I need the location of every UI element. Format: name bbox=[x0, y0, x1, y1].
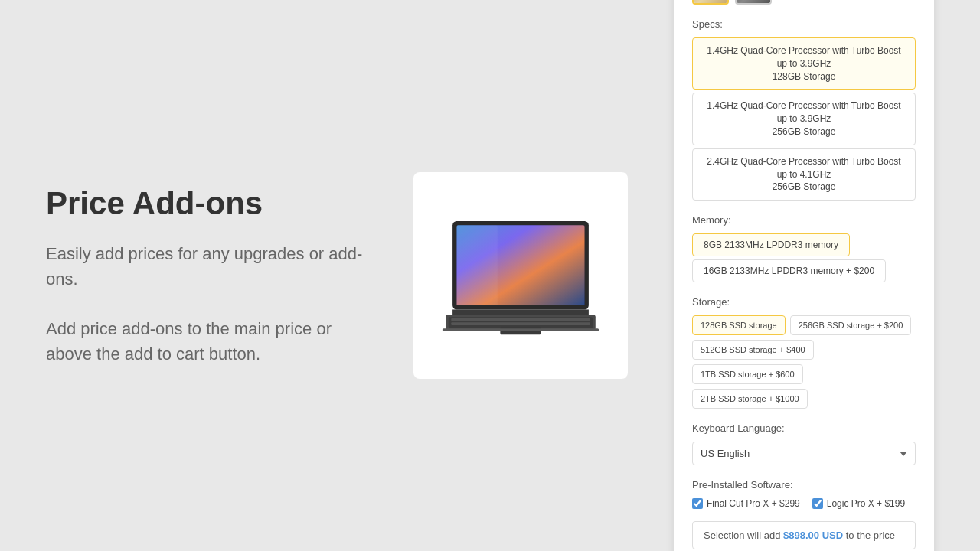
color-section: Color: bbox=[692, 0, 916, 5]
svg-rect-7 bbox=[451, 318, 590, 321]
storage-option-128[interactable]: 128GB SSD storage bbox=[692, 315, 786, 335]
left-section: Price Add-ons Easily add prices for any … bbox=[46, 184, 368, 367]
color-swatches bbox=[692, 0, 916, 5]
storage-grid: 128GB SSD storage 256GB SSD storage + $2… bbox=[692, 315, 916, 409]
color-swatch-gold[interactable] bbox=[692, 0, 729, 5]
price-amount: $898.00 USD bbox=[783, 530, 843, 541]
memory-option-8gb[interactable]: 8GB 2133MHz LPDDR3 memory bbox=[692, 233, 850, 256]
software-item-fcp[interactable]: Final Cut Pro X + $299 bbox=[692, 498, 800, 509]
software-label-fcp: Final Cut Pro X + $299 bbox=[707, 498, 800, 509]
spec-option-1[interactable]: 1.4GHz Quad-Core Processor with Turbo Bo… bbox=[692, 37, 916, 90]
software-checkbox-lp[interactable] bbox=[812, 498, 823, 509]
memory-section: Memory: 8GB 2133MHz LPDDR3 memory 16GB 2… bbox=[692, 214, 916, 282]
storage-option-2tb[interactable]: 2TB SSD storage + $1000 bbox=[692, 389, 808, 409]
memory-label: Memory: bbox=[692, 214, 916, 226]
storage-label: Storage: bbox=[692, 296, 916, 308]
svg-rect-3 bbox=[456, 225, 497, 305]
product-image-container bbox=[413, 172, 628, 379]
storage-section: Storage: 128GB SSD storage 256GB SSD sto… bbox=[692, 296, 916, 409]
svg-rect-8 bbox=[451, 322, 590, 325]
software-checkbox-fcp[interactable] bbox=[692, 498, 703, 509]
spec-option-2[interactable]: 1.4GHz Quad-Core Processor with Turbo Bo… bbox=[692, 93, 916, 145]
software-checkboxes: Final Cut Pro X + $299 Logic Pro X + $19… bbox=[692, 498, 916, 509]
price-text-prefix: Selection will add bbox=[704, 530, 783, 541]
memory-option-16gb[interactable]: 16GB 2133MHz LPDDR3 memory + $200 bbox=[692, 259, 886, 282]
page-description-1: Easily add prices for any upgrades or ad… bbox=[46, 241, 368, 292]
svg-rect-4 bbox=[452, 309, 589, 315]
svg-rect-10 bbox=[443, 328, 599, 331]
storage-option-1tb[interactable]: 1TB SSD storage + $600 bbox=[692, 364, 803, 384]
software-label-lp: Logic Pro X + $199 bbox=[827, 498, 905, 509]
price-summary: Selection will add $898.00 USD to the pr… bbox=[692, 521, 916, 549]
keyboard-label: Keyboard Language: bbox=[692, 422, 916, 434]
storage-option-512[interactable]: 512GB SSD storage + $400 bbox=[692, 340, 814, 360]
keyboard-section: Keyboard Language: US English UK English… bbox=[692, 422, 916, 479]
specs-label: Specs: bbox=[692, 18, 916, 30]
memory-list: 8GB 2133MHz LPDDR3 memory 16GB 2133MHz L… bbox=[692, 233, 916, 282]
page-description-2: Add price add-ons to the main price or a… bbox=[46, 316, 368, 367]
software-section: Pre-Installed Software: Final Cut Pro X … bbox=[692, 479, 916, 509]
product-image-section bbox=[413, 172, 628, 379]
price-text-suffix: to the price bbox=[843, 530, 895, 541]
swatch-gold-fill bbox=[694, 0, 727, 3]
page-title: Price Add-ons bbox=[46, 184, 368, 223]
storage-option-256[interactable]: 256GB SSD storage + $200 bbox=[790, 315, 912, 335]
spec-option-3[interactable]: 2.4GHz Quad-Core Processor with Turbo Bo… bbox=[692, 148, 916, 201]
software-label: Pre-Installed Software: bbox=[692, 479, 916, 491]
product-options-panel: Color: Specs: 1.4GHz Quad-Core Processor… bbox=[674, 0, 934, 551]
keyboard-language-select[interactable]: US English UK English French German Span… bbox=[692, 442, 916, 465]
swatch-space-fill bbox=[737, 0, 770, 3]
color-swatch-space-gray[interactable] bbox=[735, 0, 772, 5]
specs-list: 1.4GHz Quad-Core Processor with Turbo Bo… bbox=[692, 37, 916, 201]
software-item-lp[interactable]: Logic Pro X + $199 bbox=[812, 498, 905, 509]
laptop-image bbox=[436, 214, 605, 337]
specs-section: Specs: 1.4GHz Quad-Core Processor with T… bbox=[692, 18, 916, 201]
